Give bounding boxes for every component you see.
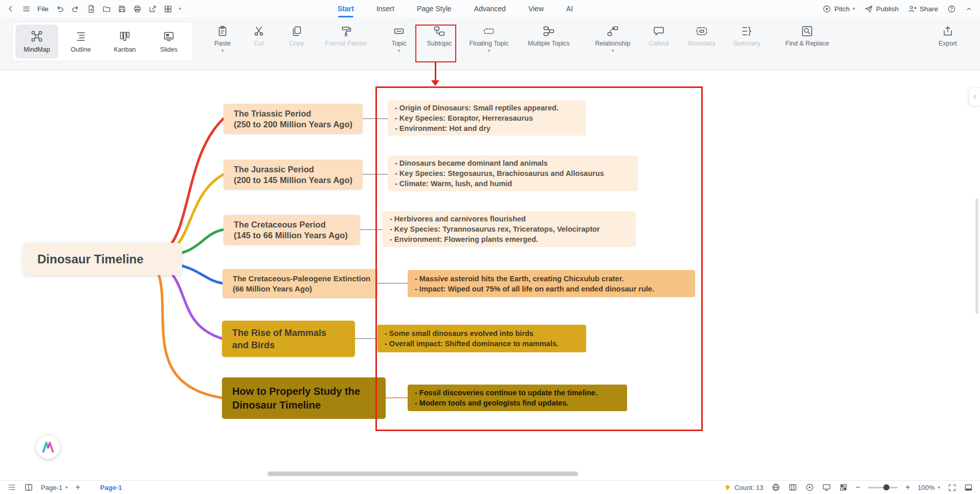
subtopic-triassic-details[interactable]: - Origin of Dinosaurs: Small reptiles ap…: [388, 100, 586, 136]
tab-ai[interactable]: AI: [566, 0, 573, 17]
tab-insert[interactable]: Insert: [376, 0, 394, 17]
boundary-icon: [696, 25, 708, 37]
summary-button[interactable]: Summary: [725, 21, 768, 68]
zoom-out-icon[interactable]: −: [856, 483, 860, 491]
topic-cretaceous-period[interactable]: The Cretaceous Period (145 to 66 Million…: [224, 215, 360, 245]
tab-page-style[interactable]: Page Style: [417, 0, 452, 17]
vertical-scrollbar[interactable]: [975, 198, 978, 314]
topic-button[interactable]: Topic ▾: [383, 21, 415, 68]
view-mode-mindmap[interactable]: MindMap: [15, 25, 58, 58]
view-mode-label: Outline: [71, 46, 91, 53]
add-page-button[interactable]: +: [75, 483, 80, 491]
redo-icon[interactable]: [71, 4, 80, 13]
paper-plane-icon: [864, 5, 873, 13]
callout-button[interactable]: Callout: [639, 21, 678, 68]
board-view-icon[interactable]: [24, 483, 33, 492]
mindmap-icon: [31, 30, 43, 42]
share-user-icon: [908, 5, 917, 13]
format-painter-button[interactable]: Format Painter: [318, 21, 374, 68]
subtopic-cretaceous-details[interactable]: - Herbivores and carnivores flourished -…: [383, 211, 636, 247]
floating-topic-button[interactable]: Floating Topic ▾: [463, 21, 515, 68]
share-button[interactable]: Share: [908, 5, 938, 13]
outline-view-icon[interactable]: [7, 483, 16, 492]
templates-icon[interactable]: [164, 5, 172, 13]
view-mode-kanban[interactable]: Kanban: [103, 25, 146, 58]
subtopic-icon: [433, 25, 446, 37]
tab-view[interactable]: View: [528, 0, 544, 17]
publish-button[interactable]: Publish: [864, 5, 899, 13]
topic-jurassic-period[interactable]: The Jurassic Period (200 to 145 Million …: [224, 160, 363, 190]
export-button[interactable]: Export: [930, 21, 966, 68]
topic-extinction[interactable]: The Cretaceous-Paleogene Extinction (66 …: [222, 269, 377, 298]
view-mode-label: MindMap: [24, 46, 50, 53]
app-logo: [36, 435, 60, 459]
relationship-button[interactable]: Relationship ▾: [588, 21, 637, 68]
bottom-panel-icon[interactable]: [964, 483, 973, 492]
pitch-button[interactable]: Pitch ▾: [822, 5, 855, 13]
tab-start[interactable]: Start: [338, 0, 354, 17]
share-file-icon[interactable]: [148, 5, 157, 13]
monitor-icon[interactable]: [822, 483, 831, 492]
undo-icon[interactable]: [55, 4, 64, 13]
collapse-ribbon-icon[interactable]: [965, 5, 973, 13]
topic-triassic-period[interactable]: The Triassic Period (250 to 200 Million …: [224, 104, 363, 134]
globe-icon[interactable]: [771, 483, 781, 492]
topic-rise-of-mammals[interactable]: The Rise of Mammals and Birds: [222, 321, 355, 357]
boundary-button[interactable]: Boundary: [680, 21, 723, 68]
tab-advanced[interactable]: Advanced: [474, 0, 506, 17]
open-folder-icon[interactable]: [102, 5, 111, 13]
pixel-grid-icon[interactable]: [839, 483, 848, 492]
view-mode-slides[interactable]: Slides: [147, 25, 190, 58]
save-icon[interactable]: [118, 5, 126, 13]
zoom-slider-knob[interactable]: [883, 484, 889, 490]
hamburger-menu-icon[interactable]: [22, 5, 31, 13]
topic-line: The Cretaceous Period: [234, 219, 350, 230]
active-tab-underline: [338, 16, 353, 17]
mindmap-canvas[interactable]: Dinosaur Timeline The Triassic Period (2…: [0, 71, 980, 480]
subtopic-extinction-details[interactable]: - Massive asteroid hits the Earth, creat…: [408, 270, 695, 297]
subtopic-study-details[interactable]: - Fossil discoveries continue to update …: [408, 385, 627, 411]
subtopic-line: - Overall impact: Shifted dominance to m…: [385, 339, 579, 349]
right-panel-collapse-tab[interactable]: [969, 87, 980, 106]
zoom-in-icon[interactable]: +: [905, 483, 910, 491]
zoom-level-selector[interactable]: 100% ▾: [918, 484, 940, 491]
multiple-topics-icon: [543, 25, 555, 37]
toolbar-more-icon[interactable]: ▾: [179, 7, 182, 11]
find-replace-button[interactable]: Find & Replace: [776, 21, 838, 68]
cut-button[interactable]: Cut: [242, 21, 275, 68]
chevron-down-icon: ▾: [853, 7, 855, 11]
multiple-topics-button[interactable]: Multiple Topics: [519, 21, 579, 68]
callout-icon: [653, 25, 665, 37]
page-selector[interactable]: Page-1 ▾: [41, 484, 68, 491]
chevron-down-icon: ▾: [65, 485, 68, 490]
print-icon[interactable]: [133, 5, 142, 13]
slides-icon: [163, 30, 175, 42]
pitch-label: Pitch: [834, 5, 850, 13]
paste-button[interactable]: Paste ▾: [206, 21, 239, 68]
outline-icon: [75, 30, 87, 42]
topic-line: and Birds: [232, 339, 345, 351]
subtopic-mammals-details[interactable]: - Some small dinosaurs evolved into bird…: [377, 325, 586, 352]
horizontal-scrollbar[interactable]: [268, 471, 578, 476]
chevron-down-icon: ▾: [221, 50, 224, 52]
copy-button[interactable]: Copy: [278, 21, 315, 68]
subtopic-jurassic-details[interactable]: - Dinosaurs became dominant land animals…: [388, 155, 638, 191]
back-icon[interactable]: [6, 4, 15, 13]
subtopic-line: - Key Species: Tyrannosaurus rex, Tricer…: [390, 224, 629, 234]
topic-study-timeline[interactable]: How to Properly Study the Dinosaur Timel…: [222, 377, 386, 419]
play-presentation-icon[interactable]: [805, 483, 814, 492]
ribbon-toolbar: MindMap Outline Kanban Slides Paste ▾ Cu…: [0, 17, 980, 71]
columns-view-icon[interactable]: [788, 483, 797, 492]
subtopic-button[interactable]: Subtopic: [419, 21, 459, 68]
file-menu[interactable]: File: [37, 5, 49, 13]
export-icon: [942, 25, 954, 37]
page-tab-active[interactable]: Page-1: [100, 484, 122, 491]
subtopic-line: - Dinosaurs became dominant land animals: [395, 158, 631, 168]
chevron-left-icon: [972, 94, 978, 100]
view-mode-outline[interactable]: Outline: [59, 25, 102, 58]
help-icon[interactable]: [947, 5, 956, 13]
new-file-icon[interactable]: [87, 5, 96, 13]
zoom-slider[interactable]: [868, 487, 898, 488]
fullscreen-icon[interactable]: [948, 483, 956, 492]
central-topic[interactable]: Dinosaur Timeline: [23, 243, 182, 275]
